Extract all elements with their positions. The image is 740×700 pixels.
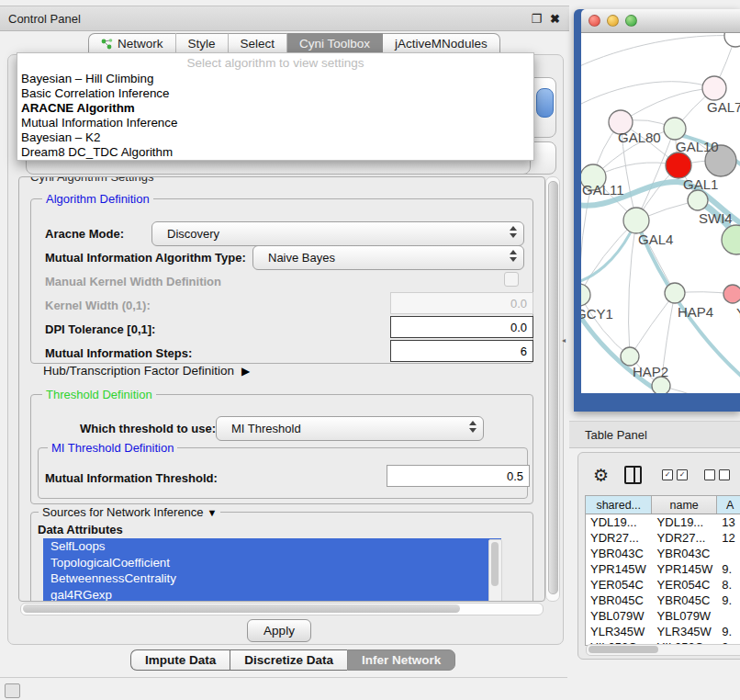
network-node[interactable] [722,225,740,254]
network-edge[interactable] [581,82,714,107]
table-row[interactable]: YDR27...YDR27...12 [586,530,740,546]
gear-icon[interactable]: ⚙ [593,467,609,484]
table-row[interactable]: YBL079WYBL079W [586,608,740,624]
list-scrollbar[interactable] [488,539,502,602]
settings-hscrollbar-thumb[interactable] [23,604,460,613]
network-window-titlebar[interactable] [581,9,740,33]
list-scrollbar-thumb[interactable] [491,542,499,586]
column-layout-icon[interactable] [624,466,642,484]
float-window-icon[interactable]: ❐ [531,13,542,25]
network-node[interactable] [623,208,649,233]
checkbox-unchecked-icon[interactable] [719,469,730,480]
data-attributes-list[interactable]: SelfLoopsTopologicalCoefficientBetweenne… [43,538,501,602]
table-cell: 9. [717,561,740,577]
table-cell: YDL19... [653,514,718,530]
dpi-tolerance-input[interactable] [390,316,533,338]
algorithm-item-dream8-dc-tdc-algorithm[interactable]: Dream8 DC_TDC Algorithm [17,145,533,160]
table-row[interactable]: YER054CYER054C8. [586,577,740,593]
apply-button[interactable]: Apply [247,619,311,642]
kernel-width-input[interactable] [390,292,533,314]
tab-select[interactable]: Select [229,33,288,54]
combo-spinner-focused[interactable] [536,88,554,118]
table-row[interactable]: YDL19...YDL19...13 [586,514,740,530]
settings-hscrollbar[interactable] [20,603,544,615]
tab-style[interactable]: Style [176,33,229,54]
network-node[interactable] [665,283,685,303]
algorithm-item-aracne-algorithm[interactable]: ARACNE Algorithm [17,101,533,116]
table-cell: YBR045C [653,593,718,608]
sources-legend[interactable]: Sources for Network Inference▼ [39,505,220,519]
mi-steps-input[interactable] [390,340,533,362]
column-header-name[interactable]: name [652,496,717,514]
manual-kernel-label: Manual Kernel Width Definition [45,275,221,288]
table-row[interactable]: YPR145WYPR145W9. [586,561,740,577]
network-node[interactable] [621,347,639,366]
attribute-item-gal4rgexp[interactable]: gal4RGexp [43,587,501,603]
table-rows: YDL19...YDL19...13YDR27...YDR27...12YBR0… [586,514,740,645]
checkbox-checked-icon[interactable]: ✓ [662,469,673,480]
tab-label: Style [188,37,216,51]
aracne-mode-combo[interactable]: Discovery [151,221,524,246]
close-icon[interactable]: ✖ [550,13,560,25]
settings-scrollbar[interactable] [545,176,560,602]
network-edge[interactable] [629,220,636,356]
zoom-traffic-light[interactable] [625,15,637,27]
algorithm-item-bayesian-hill-climbing[interactable]: Bayesian – Hill Climbing [17,72,533,86]
which-threshold-combo[interactable]: MI Threshold [216,416,484,441]
network-edge[interactable] [630,293,675,356]
data-attributes-label: Data Attributes [38,523,123,536]
attribute-item-betweennesscentrality[interactable]: BetweennessCentrality [43,570,501,587]
algorithm-item-basic-correlation-inference[interactable]: Basic Correlation Inference [17,86,533,101]
table-toolbar: ⚙ ✓ ✓ [588,462,740,488]
tab-jactivemnodules[interactable]: jActiveMNodules [383,33,500,54]
network-node[interactable] [723,285,740,303]
hub-definition-expander[interactable]: Hub/Transcription Factor Definition▶ [43,364,250,378]
network-node[interactable] [702,76,726,100]
checkbox-unchecked-icon[interactable] [704,469,715,480]
minimize-traffic-light[interactable] [607,15,619,27]
network-graph[interactable]: GAL7GAL80GAL10GAL1GAL11SWI4GAL4GCY1HAP4Y… [581,33,740,393]
tab-network[interactable]: Network [88,33,176,54]
tab-infer-network[interactable]: Infer Network [347,649,455,671]
tab-discretize-data[interactable]: Discretize Data [230,649,347,671]
attribute-item-selfloops[interactable]: SelfLoops [43,538,501,555]
close-traffic-light[interactable] [589,15,600,27]
network-canvas[interactable]: GAL7GAL80GAL10GAL1GAL11SWI4GAL4GCY1HAP4Y… [581,33,740,393]
network-edge[interactable] [581,220,636,295]
threshold-definition-legend: Threshold Definition [42,388,156,401]
manual-kernel-checkbox[interactable] [504,272,519,287]
network-node[interactable] [664,118,686,140]
attribute-item-topologicalcoefficient[interactable]: TopologicalCoefficient [43,555,501,571]
network-edge[interactable] [661,386,740,393]
table-hscrollbar[interactable] [586,644,740,656]
cyni-algorithm-settings-group: Cyni Algorithm Settings Algorithm Defini… [18,176,545,602]
splitter-arrow-icon[interactable]: ◂ [562,336,566,344]
tab-cyni-toolbox[interactable]: Cyni Toolbox [287,33,383,54]
algorithm-item-mutual-information-inference[interactable]: Mutual Information Inference [17,116,533,130]
tab-impute-data[interactable]: Impute Data [130,649,230,671]
network-node[interactable] [581,284,590,306]
table-cell: YBL079W [586,608,653,624]
table-row[interactable]: YBR043CYBR043C [586,546,740,561]
table-row[interactable]: YLR345WYLR345W9. [586,624,740,639]
table-hscrollbar-thumb[interactable] [589,646,658,653]
mi-type-combo[interactable]: Naive Bayes [252,245,524,270]
column-header-a[interactable]: A [717,496,740,514]
mi-threshold-input[interactable] [387,465,530,487]
tab-label: Network [118,37,163,51]
network-node[interactable] [724,33,740,47]
column-header-shared[interactable]: shared... [586,496,652,514]
algorithm-popup-items: Bayesian – Hill ClimbingBasic Correlatio… [17,72,533,161]
docked-panel-icon[interactable] [5,683,20,698]
network-edge[interactable] [621,88,714,122]
settings-scrollbar-thumb[interactable] [548,181,558,594]
checkbox-checked-icon[interactable]: ✓ [677,469,688,480]
mi-type-label: Mutual Information Algorithm Type: [45,251,246,265]
node-label-hap4: HAP4 [678,304,713,320]
table-cell [717,608,740,624]
network-edge[interactable] [581,36,735,68]
algorithm-item-bayesian-k2[interactable]: Bayesian – K2 [17,130,533,145]
network-node[interactable] [666,152,691,178]
table-row[interactable]: YBR045CYBR045C9. [586,593,740,608]
network-node[interactable] [688,190,708,210]
